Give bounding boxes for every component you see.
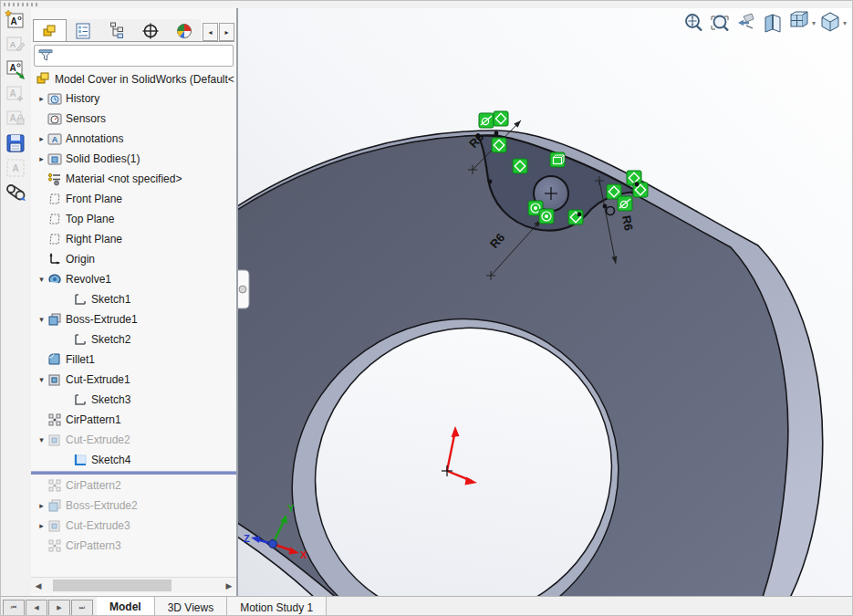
panel-collapse-tab[interactable]: [238, 270, 249, 308]
sketch-endpoint-dot[interactable]: [577, 213, 582, 217]
svg-text:Y: Y: [287, 503, 295, 514]
display-style-icon[interactable]: ▾: [818, 11, 847, 35]
expand-arrow-icon[interactable]: ▾: [36, 375, 47, 384]
cirpattern-icon: [47, 478, 62, 493]
doc-tab-model[interactable]: Model: [97, 597, 155, 616]
tree-item-cirpattern2[interactable]: CirPattern2: [31, 475, 236, 496]
tree-item-right-plane[interactable]: Right Plane: [31, 229, 236, 249]
graphics-viewport[interactable]: R6R6R6 Z Y: [238, 8, 853, 596]
dimension-text[interactable]: R6: [619, 214, 636, 232]
tree-item-sketch1[interactable]: Sketch1: [31, 289, 236, 309]
note-star-icon[interactable]: A: [3, 8, 28, 32]
expand-arrow-icon[interactable]: ▸: [36, 94, 47, 103]
tree-item-boss-extrude2[interactable]: ▸ Boss-Extrude2: [31, 496, 236, 516]
rollback-bar[interactable]: [31, 471, 236, 475]
tree-item-cirpattern3[interactable]: CirPattern3: [31, 536, 236, 556]
tree-item-sketch3[interactable]: Sketch3: [31, 390, 236, 410]
expand-arrow-icon[interactable]: ▾: [36, 435, 47, 444]
tab-scroll-left-icon[interactable]: ◂: [203, 23, 218, 41]
svg-text:A: A: [10, 40, 16, 49]
dropdown-caret-icon[interactable]: ▾: [812, 19, 816, 27]
tab-scroll-right-icon[interactable]: ▸: [219, 23, 234, 41]
propertymanager-tab[interactable]: [67, 19, 100, 41]
tree-item-fillet1[interactable]: Fillet1: [31, 350, 236, 370]
tab-bar-filler: [327, 597, 853, 616]
vcr-button-3[interactable]: ⏭: [71, 600, 93, 616]
svg-text:X: X: [300, 549, 307, 560]
section-view-icon[interactable]: [761, 11, 785, 35]
material-icon: [47, 172, 62, 186]
vcr-button-0[interactable]: ⏮: [3, 600, 25, 616]
sketch-icon: [72, 292, 88, 307]
tree-item-material-not-specified-[interactable]: Material <not specified>: [31, 169, 236, 189]
expand-arrow-icon[interactable]: ▸: [36, 154, 47, 163]
configurationmanager-tab[interactable]: [100, 19, 134, 41]
expand-arrow-icon[interactable]: ▸: [36, 134, 47, 143]
tree-item-sketch4[interactable]: Sketch4: [31, 450, 236, 470]
expand-arrow-icon[interactable]: ▾: [36, 315, 47, 324]
tree-item-revolve1[interactable]: ▾ Revolve1: [31, 269, 236, 289]
featuremanager-design-tree-tab[interactable]: [33, 19, 67, 41]
note-lock-icon: A: [3, 107, 28, 131]
note-arrow-icon[interactable]: A: [3, 57, 28, 81]
expand-arrow-icon[interactable]: ▾: [36, 275, 47, 284]
sketch-relation-badge-cube[interactable]: [550, 152, 565, 167]
tree-item-cut-extrude3[interactable]: ▸ Cut-Extrude3: [31, 516, 236, 536]
tree-item-front-plane[interactable]: Front Plane: [31, 189, 236, 209]
tree-root-label: Model Cover in SolidWorks (Default<: [55, 73, 234, 86]
dropdown-caret-icon[interactable]: ▾: [843, 19, 847, 27]
cut-extrude-icon: [47, 433, 62, 447]
cut-extrude-icon: [47, 372, 62, 387]
doc-tab-3d-views[interactable]: 3D Views: [155, 597, 227, 616]
sketch-endpoint-dot[interactable]: [635, 183, 640, 187]
sketch-endpoint-dot[interactable]: [488, 180, 493, 184]
dimxpertmanager-tab[interactable]: [133, 19, 167, 41]
tree-filter-input[interactable]: [34, 45, 234, 67]
svg-text:A: A: [51, 135, 57, 144]
view-orientation-icon[interactable]: ▾: [787, 11, 816, 35]
cut-extrude-icon: [47, 518, 62, 533]
tree-root-item[interactable]: Model Cover in SolidWorks (Default<: [31, 70, 236, 89]
zoom-to-area-icon[interactable]: [708, 11, 732, 35]
tree-item-sketch2[interactable]: Sketch2: [31, 329, 236, 350]
annotation-toolbar: AAAAAA: [1, 8, 32, 596]
save-disk-icon[interactable]: [3, 131, 28, 155]
solidworks-window: AAAAAA ◂ ▸ Model Cover in SolidWorks (De…: [0, 0, 853, 616]
previous-view-icon[interactable]: [734, 11, 758, 35]
scroll-right-icon[interactable]: ▶: [222, 579, 236, 592]
zoom-to-fit-icon[interactable]: [681, 11, 705, 35]
concentric-glyph-icon: [534, 206, 537, 210]
tree-item-boss-extrude1[interactable]: ▾ Boss-Extrude1: [31, 309, 236, 329]
tree-item-history[interactable]: ▸ History: [31, 89, 236, 109]
svg-text:A: A: [9, 89, 16, 99]
origin-icon: [47, 252, 62, 266]
belt-chain-icon[interactable]: [3, 181, 28, 204]
tree-item-cirpattern1[interactable]: CirPattern1: [31, 410, 236, 430]
toolbar-drag-handle[interactable]: [4, 3, 40, 6]
folder-sensors-icon: [47, 111, 62, 126]
doc-tab-motion-study-1[interactable]: Motion Study 1: [227, 597, 327, 616]
tree-item-annotations[interactable]: ▸ A Annotations: [31, 129, 236, 149]
tree-horizontal-scrollbar[interactable]: ◀ ▶: [31, 577, 236, 593]
displaymanager-tab[interactable]: [167, 19, 201, 41]
tree-item-cut-extrude1[interactable]: ▾ Cut-Extrude1: [31, 370, 236, 390]
tree-item-top-plane[interactable]: Top Plane: [31, 209, 236, 229]
tree-item-origin[interactable]: Origin: [31, 249, 236, 269]
tree-item-cut-extrude2[interactable]: ▾ Cut-Extrude2: [31, 430, 236, 450]
feature-tree: ▸ History Sensors ▸ A Annotations ▸ Soli…: [31, 89, 236, 556]
scrollbar-thumb[interactable]: [53, 579, 172, 591]
expand-arrow-icon[interactable]: ▸: [36, 521, 47, 530]
cirpattern-icon: [47, 538, 62, 553]
tree-item-solid-bodies-1-[interactable]: ▸ Solid Bodies(1): [31, 149, 236, 169]
scroll-left-icon[interactable]: ◀: [31, 579, 46, 592]
tree-item-sensors[interactable]: Sensors: [31, 109, 236, 129]
vcr-button-2[interactable]: ▶: [48, 600, 70, 616]
sketch-endpoint-dot[interactable]: [603, 204, 608, 209]
part-icon: [36, 71, 50, 89]
vcr-button-1[interactable]: ◀: [26, 600, 47, 616]
featuremanager-panel: ◂ ▸ Model Cover in SolidWorks (Default< …: [31, 8, 238, 596]
sketch-endpoint-dot[interactable]: [476, 134, 481, 139]
document-tab-bar: ⏮◀▶⏭ Model3D ViewsMotion Study 1: [1, 596, 853, 616]
expand-arrow-icon[interactable]: ▸: [36, 501, 47, 510]
sketch-endpoint-dot[interactable]: [494, 131, 499, 136]
